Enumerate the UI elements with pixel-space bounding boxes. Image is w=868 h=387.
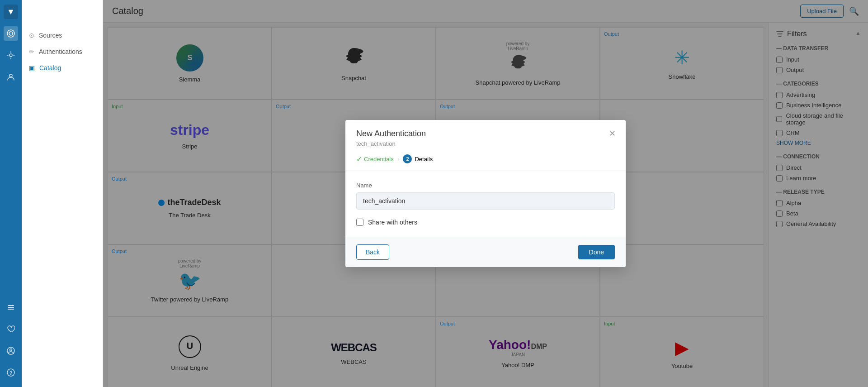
- auth-icon: ✏: [29, 48, 34, 55]
- svg-rect-5: [8, 307, 14, 308]
- back-button[interactable]: Back: [356, 244, 389, 260]
- name-input[interactable]: [356, 192, 615, 210]
- step-credentials: ✓ Credentials: [356, 155, 394, 163]
- svg-point-8: [10, 349, 12, 351]
- catalog-area: S Slemma Snapchat powered byLiveRamp: [103, 23, 868, 387]
- svg-rect-6: [8, 309, 14, 310]
- icon-sidebar: ▼: [0, 0, 22, 387]
- nav-icon-settings[interactable]: [4, 48, 18, 62]
- nav-label-sources: Sources: [39, 32, 62, 39]
- step-arrow: ›: [397, 155, 400, 162]
- nav-item-catalog[interactable]: ▣ Catalog: [22, 60, 103, 76]
- modal-close-button[interactable]: ✕: [606, 127, 618, 140]
- step-details: 2 Details: [403, 154, 433, 163]
- nav-label-auth: Authentications: [39, 48, 82, 55]
- svg-point-3: [9, 74, 12, 77]
- modal-header: New Authentication tech_activation ✕: [345, 120, 626, 147]
- done-button[interactable]: Done: [578, 245, 615, 259]
- catalog-icon: ▣: [29, 64, 35, 72]
- step-details-number: 2: [403, 154, 412, 163]
- svg-rect-4: [8, 305, 14, 306]
- modal-steps: ✓ Credentials › 2 Details: [345, 147, 626, 171]
- nav-icon-connections[interactable]: [4, 26, 18, 41]
- nav-sidebar: ⊙ Sources ✏ Authentications ▣ Catalog: [22, 0, 103, 387]
- modal-body: Name Share with others: [345, 171, 626, 237]
- svg-point-0: [7, 30, 14, 37]
- main-content: Catalog Upload File 🔍 S Slemma: [103, 0, 868, 387]
- nav-item-sources[interactable]: ⊙ Sources: [22, 27, 103, 43]
- svg-point-2: [9, 54, 12, 57]
- nav-item-authentications[interactable]: ✏ Authentications: [22, 43, 103, 60]
- modal-footer: Back Done: [345, 237, 626, 267]
- sources-icon: ⊙: [29, 32, 34, 39]
- share-checkbox-row: Share with others: [356, 219, 615, 226]
- name-label: Name: [356, 182, 615, 189]
- modal-overlay: New Authentication tech_activation ✕ ✓ C…: [103, 23, 868, 387]
- app-logo[interactable]: ▼: [4, 5, 18, 19]
- svg-text:?: ?: [9, 370, 13, 376]
- nav-icon-user-circle[interactable]: [4, 344, 18, 358]
- nav-icon-heart[interactable]: [4, 322, 18, 336]
- step-details-label: Details: [415, 156, 433, 162]
- step-done-icon: ✓: [356, 155, 362, 163]
- nav-icon-question[interactable]: ?: [4, 365, 18, 380]
- modal-subtitle: tech_activation: [356, 140, 615, 147]
- svg-point-1: [9, 32, 13, 35]
- step-credentials-label: Credentials: [364, 156, 394, 162]
- share-with-others-label: Share with others: [368, 219, 417, 226]
- nav-icon-person[interactable]: [4, 70, 18, 84]
- modal-title: New Authentication: [356, 129, 615, 139]
- share-with-others-checkbox[interactable]: [356, 219, 363, 226]
- icon-sidebar-bottom: ?: [4, 300, 18, 387]
- nav-label-catalog: Catalog: [39, 64, 61, 72]
- nav-icon-lines[interactable]: [4, 300, 18, 315]
- new-auth-modal: New Authentication tech_activation ✕ ✓ C…: [345, 120, 626, 267]
